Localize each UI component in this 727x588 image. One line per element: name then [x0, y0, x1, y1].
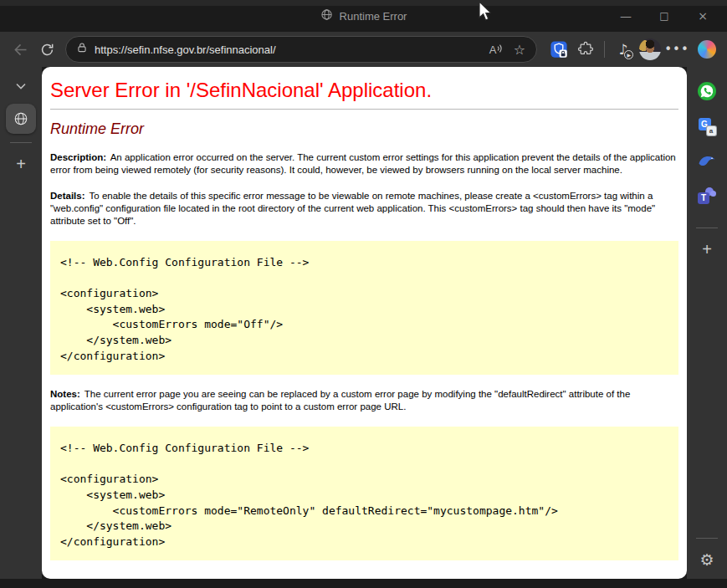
read-aloud-button[interactable]: A — [484, 38, 508, 61]
address-bar[interactable]: https://sefin.nfse.gov.br/sefinnacional/… — [65, 36, 537, 63]
window-title: Runtime Error — [340, 10, 407, 23]
play-icon: ▶ — [624, 50, 633, 59]
sidebar-item-teams[interactable]: T — [694, 184, 720, 209]
collapse-tabs-button[interactable] — [7, 74, 35, 99]
description-text: An application error occurred on the ser… — [50, 152, 676, 175]
globe-tab-icon — [13, 111, 28, 126]
shield-lock-icon — [550, 40, 568, 59]
teams-icon: T — [698, 187, 716, 206]
read-aloud-icon: A — [489, 43, 504, 56]
back-arrow-icon — [12, 41, 29, 59]
notes-label: Notes: — [50, 389, 80, 399]
sidebar-item-translate[interactable]: G a — [694, 114, 720, 139]
sidebar-divider — [696, 228, 718, 228]
window-titlebar[interactable]: Runtime Error — □ × — [0, 0, 727, 32]
code-block-customerrors-off: <!-- Web.Config Configuration File --> <… — [50, 241, 678, 375]
puzzle-icon — [577, 41, 594, 58]
description-label: Description: — [50, 152, 106, 162]
details-text: To enable the details of this specific e… — [50, 191, 655, 226]
password-shield-button[interactable] — [545, 36, 572, 63]
minimize-button[interactable]: — — [607, 3, 645, 28]
tabs-divider — [10, 142, 32, 143]
favorites-star-button[interactable]: ☆ — [508, 38, 531, 61]
gear-icon: ⚙ — [699, 550, 714, 569]
sidebar-bottom-divider — [696, 538, 718, 539]
plus-icon: + — [702, 240, 712, 259]
sidebar-settings-button[interactable]: ⚙ — [694, 547, 720, 572]
back-button[interactable] — [7, 36, 33, 63]
notes-text: The current error page you are seeing ca… — [50, 389, 630, 412]
window-controls: — □ × — [607, 3, 722, 28]
profile-button[interactable] — [637, 36, 663, 63]
page-content: Server Error in '/SefinNacional' Applica… — [42, 67, 687, 579]
lock-icon[interactable] — [76, 42, 88, 57]
translate-icon: G a — [699, 118, 716, 135]
toolbar-divider — [604, 41, 605, 58]
browser-window: { "titlebar": { "title": "Runtime Error"… — [0, 0, 727, 588]
window-title-group: Runtime Error — [320, 8, 407, 23]
media-controls-button[interactable]: ♪▶ — [610, 36, 637, 63]
whatsapp-icon — [697, 81, 717, 101]
notes-paragraph: Notes: The current error page you are se… — [50, 388, 678, 413]
music-note-icon: ♪▶ — [619, 41, 628, 58]
star-icon: ☆ — [514, 42, 525, 58]
close-button[interactable]: × — [683, 3, 722, 28]
details-label: Details: — [50, 191, 85, 201]
active-tab-runtime-error[interactable] — [6, 104, 36, 134]
description-paragraph: Description: An application error occurr… — [50, 151, 678, 176]
refresh-button[interactable] — [33, 36, 60, 63]
maximize-button[interactable]: □ — [645, 3, 683, 28]
sidebar-item-bird-app[interactable] — [694, 149, 720, 174]
error-page-title: Server Error in '/SefinNacional' Applica… — [50, 79, 678, 102]
settings-more-button[interactable]: ••• — [663, 36, 690, 63]
vertical-tabs-sidebar: + — [0, 67, 42, 579]
url-text[interactable]: https://sefin.nfse.gov.br/sefinnacional/ — [95, 43, 484, 56]
more-ellipsis-icon: ••• — [664, 42, 689, 57]
code-block-customerrors-remoteonly: <!-- Web.Config Configuration File --> <… — [50, 427, 678, 560]
page-favicon-globe-icon — [320, 8, 333, 23]
copilot-button[interactable] — [694, 36, 720, 63]
sidebar-add-button[interactable]: + — [694, 237, 720, 262]
edge-sidebar: G a T + ⚙ — [687, 67, 727, 579]
sidebar-item-whatsapp[interactable] — [694, 79, 720, 104]
plus-icon: + — [16, 155, 26, 174]
extensions-button[interactable] — [572, 36, 599, 63]
error-page-subtitle: Runtime Error — [50, 120, 678, 138]
details-paragraph: Details: To enable the details of this s… — [50, 190, 678, 228]
avatar — [639, 38, 661, 60]
browser-toolbar: https://sefin.nfse.gov.br/sefinnacional/… — [0, 32, 727, 67]
heading-divider — [50, 109, 678, 110]
blue-bird-icon — [697, 151, 717, 171]
chevron-down-icon — [14, 79, 28, 93]
refresh-icon — [39, 42, 55, 58]
new-tab-button[interactable]: + — [7, 151, 35, 176]
copilot-icon — [698, 40, 716, 59]
